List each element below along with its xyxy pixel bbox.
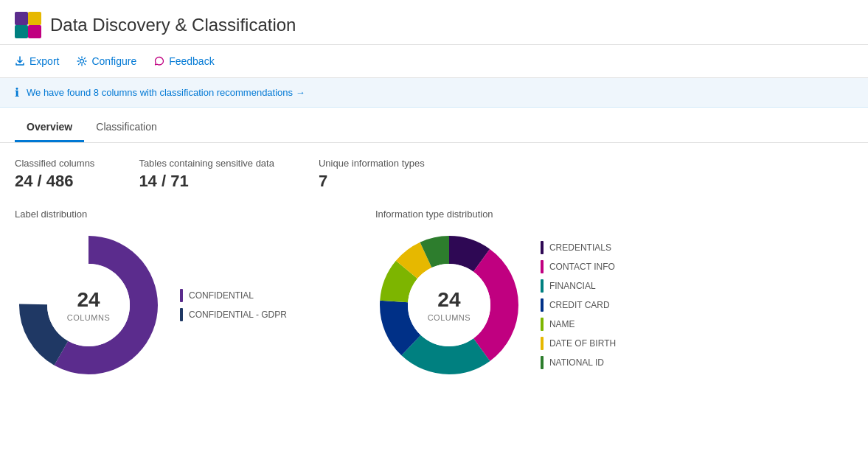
svg-rect-2 [15,25,28,38]
stat-tables-sensitive: Tables containing sensitive data 14 / 71 [139,158,274,191]
stat-classified-columns: Classified columns 24 / 486 [15,158,94,191]
feedback-button[interactable]: Feedback [154,52,214,70]
legend-color-credentials [541,241,544,254]
svg-rect-0 [15,12,28,25]
legend-item-national-id: NATIONAL ID [541,356,616,369]
export-button[interactable]: Export [15,52,59,70]
legend-color-date-of-birth [541,337,544,350]
configure-button[interactable]: Configure [77,52,136,70]
banner-message: We have found 8 columns with classificat… [27,87,305,98]
stats-row: Classified columns 24 / 486 Tables conta… [15,158,853,191]
info-type-donut-wrapper: 24 COLUMNS [375,231,523,379]
app-icon [15,12,41,38]
label-donut-wrapper: 24 COLUMNS [15,231,162,379]
toolbar: Export Configure Feedback [0,45,868,78]
legend-color-national-id [541,356,544,369]
legend-item-credentials: CREDENTIALS [541,241,616,254]
gear-icon [77,56,87,66]
legend-color-confidential [180,289,183,302]
info-type-chart-container: 24 COLUMNS CREDENTIALS CONTACT INFO [375,231,616,379]
feedback-icon [154,56,164,66]
info-type-distribution-title: Information type distribution [375,209,616,220]
recommendation-banner[interactable]: ℹ We have found 8 columns with classific… [0,78,868,108]
legend-item-name: NAME [541,318,616,331]
info-type-distribution-section: Information type distribution [375,209,616,379]
label-legend: CONFIDENTIAL CONFIDENTIAL - GDPR [180,289,287,321]
legend-color-name [541,318,544,331]
legend-item-contact-info: CONTACT INFO [541,260,616,273]
charts-row: Label distribution 24 COLUMNS [15,209,853,379]
info-type-donut-center: 24 COLUMNS [428,288,471,322]
label-chart-container: 24 COLUMNS CONFIDENTIAL CONFIDENTIAL - G… [15,231,287,379]
stat-unique-info-types: Unique information types 7 [319,158,425,191]
legend-color-financial [541,279,544,293]
legend-item-financial: FINANCIAL [541,279,616,293]
legend-color-contact-info [541,260,544,273]
legend-color-credit-card [541,298,544,312]
tab-classification[interactable]: Classification [84,113,168,142]
svg-point-4 [80,60,84,63]
label-distribution-title: Label distribution [15,209,287,220]
main-content: Classified columns 24 / 486 Tables conta… [0,143,868,394]
info-icon: ℹ [15,85,19,99]
svg-rect-3 [28,25,41,38]
label-donut-center: 24 COLUMNS [67,288,111,322]
tab-overview[interactable]: Overview [15,113,84,142]
legend-item-date-of-birth: DATE OF BIRTH [541,337,616,350]
tabs-container: Overview Classification [0,113,868,143]
legend-item-confidential: CONFIDENTIAL [180,289,287,302]
page-title: Data Discovery & Classification [50,15,296,35]
svg-rect-1 [28,12,41,25]
legend-item-confidential-gdpr: CONFIDENTIAL - GDPR [180,308,287,321]
header: Data Discovery & Classification [0,0,868,45]
legend-color-confidential-gdpr [180,308,183,321]
info-type-legend: CREDENTIALS CONTACT INFO FINANCIAL CREDI… [541,241,616,369]
label-distribution-section: Label distribution 24 COLUMNS [15,209,287,379]
legend-item-credit-card: CREDIT CARD [541,298,616,312]
export-icon [15,56,25,66]
